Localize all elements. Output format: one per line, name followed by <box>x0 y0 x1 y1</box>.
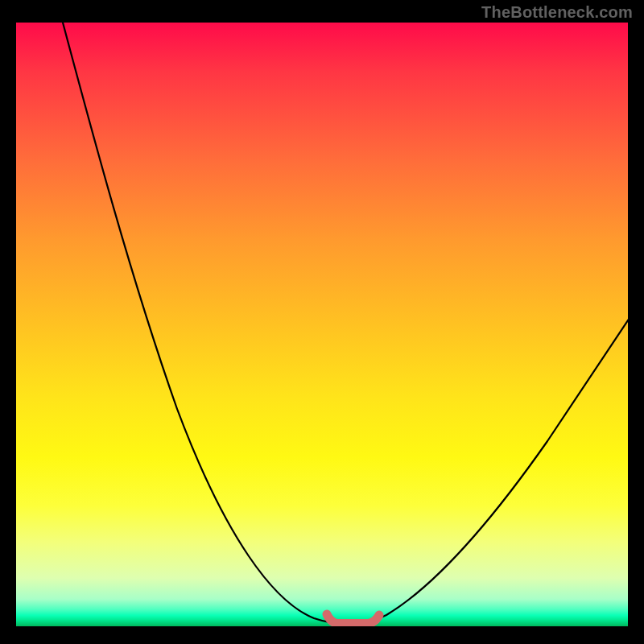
watermark-text: TheBottleneck.com <box>481 3 633 22</box>
chart-frame: TheBottleneck.com <box>0 0 644 644</box>
bottleneck-curve <box>56 23 628 625</box>
plot-area <box>16 23 628 626</box>
curve-svg <box>16 23 628 626</box>
optimal-range-marker <box>327 614 379 624</box>
